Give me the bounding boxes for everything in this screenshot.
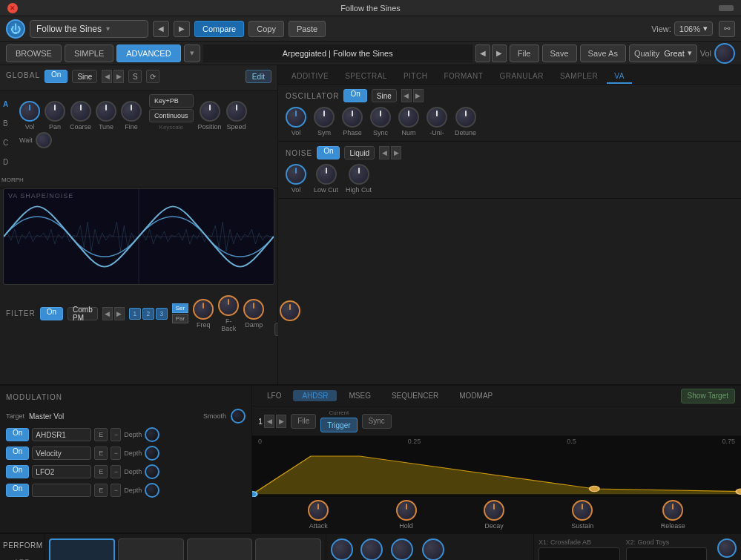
osc-uni-knob[interactable]: [427, 107, 447, 128]
cutoff-knob[interactable]: [360, 538, 383, 560]
mod-depth-knob-0[interactable]: [145, 427, 159, 442]
mod-source-3[interactable]: [32, 484, 91, 497]
mod-e-1[interactable]: E: [94, 447, 108, 460]
quality-select[interactable]: Quality Great ▾: [629, 45, 697, 62]
speed-knob-control[interactable]: [226, 101, 247, 122]
pad-dreamy[interactable]: Dreamy: [118, 538, 184, 560]
mod-e-2[interactable]: E: [94, 465, 108, 478]
edit-button[interactable]: Edit: [246, 70, 271, 83]
osc-waveform-select[interactable]: Sine: [372, 89, 397, 102]
pad-purity[interactable]: Purity: [49, 538, 115, 560]
noise-lowcut-knob[interactable]: [316, 164, 337, 185]
part-c-label[interactable]: C: [0, 133, 15, 152]
part-d-label[interactable]: D: [0, 152, 15, 171]
noise-type-select[interactable]: Liquid: [344, 146, 375, 159]
tremolo-knob[interactable]: [391, 538, 413, 560]
s-button[interactable]: S: [128, 70, 142, 83]
preset-next-button[interactable]: ▶: [492, 45, 507, 62]
link-button[interactable]: ⚯: [719, 21, 735, 37]
ahdsr-decay-knob[interactable]: [484, 500, 504, 521]
file-button[interactable]: File: [510, 45, 539, 62]
delay-knob[interactable]: [331, 538, 353, 560]
filter-num-1[interactable]: 1: [129, 308, 141, 320]
preset-prev-button[interactable]: ◀: [475, 45, 490, 62]
osc-on-button[interactable]: On: [343, 89, 366, 102]
lfo-tab-modmap[interactable]: MODMAP: [450, 390, 501, 401]
mod-depth-knob-2[interactable]: [145, 464, 159, 479]
plink-knob[interactable]: [422, 538, 444, 560]
ahdsr-hold-knob[interactable]: [396, 500, 417, 521]
mod-dash-1[interactable]: −: [111, 447, 121, 460]
tab-additive[interactable]: ADDITIVE: [284, 70, 336, 84]
osc-phase-knob[interactable]: [342, 107, 363, 128]
view-percent-display[interactable]: 106% ▾: [674, 22, 713, 36]
pan-knob-control[interactable]: [45, 101, 65, 122]
mod-dash-0[interactable]: −: [111, 428, 121, 441]
osc-vol-knob[interactable]: [286, 107, 306, 128]
xy-pad-x1[interactable]: [539, 547, 620, 560]
browse-mode-dropdown[interactable]: ▾: [184, 45, 200, 62]
mod-e-3[interactable]: E: [94, 484, 108, 497]
close-button[interactable]: ✕: [7, 3, 18, 13]
filter-type-select[interactable]: Comb PM: [67, 307, 98, 320]
lfo-num-next[interactable]: ▶: [276, 415, 286, 428]
noise-next-button[interactable]: ▶: [391, 146, 401, 159]
waveform-next-button[interactable]: ▶: [113, 70, 124, 83]
filter-next-button[interactable]: ▶: [114, 307, 125, 320]
osc-sym-knob[interactable]: [314, 107, 335, 128]
filter-on-button[interactable]: On: [40, 307, 63, 320]
copy-button[interactable]: Copy: [248, 21, 284, 37]
advanced-button[interactable]: ADVANCED: [116, 45, 180, 62]
noise-highcut-knob[interactable]: [349, 164, 369, 185]
osc-next-button[interactable]: ▶: [413, 89, 424, 102]
tab-sampler[interactable]: SAMPLER: [553, 70, 605, 84]
wait-knob[interactable]: [36, 132, 52, 148]
sync-button[interactable]: Sync: [362, 414, 392, 429]
trigger-button[interactable]: Trigger: [320, 418, 357, 432]
global-on-button[interactable]: On: [45, 70, 67, 83]
mod-on-0[interactable]: On: [6, 428, 29, 441]
minimize-button[interactable]: [719, 5, 734, 11]
power-button[interactable]: ⏻: [6, 19, 25, 39]
osc-prev-button[interactable]: ◀: [401, 89, 412, 102]
noise-on-button[interactable]: On: [317, 146, 340, 159]
lfo-file-button[interactable]: File: [291, 414, 316, 429]
noise-prev-button[interactable]: ◀: [379, 146, 389, 159]
vol-knob-control[interactable]: [19, 101, 40, 122]
pad-fairy-tale[interactable]: Fairy Tale: [187, 538, 253, 560]
back-button[interactable]: ◀: [153, 21, 169, 37]
filter-num-2[interactable]: 2: [142, 308, 154, 320]
keyscale-select[interactable]: Key+PB: [149, 94, 194, 108]
ahdsr-attack-knob[interactable]: [308, 500, 329, 521]
ahdsr-release-knob[interactable]: [662, 500, 683, 521]
xy-attack-knob[interactable]: [717, 538, 737, 558]
loop-button[interactable]: ⟳: [146, 70, 159, 83]
mod-on-3[interactable]: On: [6, 484, 29, 497]
lfo-tab-mseg[interactable]: MSEG: [340, 390, 379, 401]
tab-granular[interactable]: GRANULAR: [492, 70, 551, 84]
loopmode-select[interactable]: Continuous: [149, 109, 194, 122]
osc-sync-knob[interactable]: [370, 107, 391, 128]
filter-prev-button[interactable]: ◀: [102, 307, 113, 320]
smooth-knob[interactable]: [231, 409, 246, 424]
browse-button[interactable]: BROWSE: [6, 45, 62, 62]
send-knob[interactable]: [280, 300, 300, 321]
tab-pitch[interactable]: PITCH: [396, 70, 435, 84]
lfo-tab-lfo[interactable]: LFO: [258, 390, 290, 401]
position-knob-control[interactable]: [200, 101, 220, 122]
part-morph-label[interactable]: MORPH: [0, 171, 15, 188]
save-as-button[interactable]: Save As: [580, 45, 626, 62]
mod-source-1[interactable]: Velocity: [32, 447, 91, 460]
forward-button[interactable]: ▶: [174, 21, 190, 37]
tab-va[interactable]: VA: [607, 70, 632, 84]
show-target-button[interactable]: Show Target: [681, 389, 735, 403]
part-a-label[interactable]: A: [0, 94, 15, 113]
fback-knob[interactable]: [218, 295, 239, 316]
mod-e-0[interactable]: E: [94, 428, 108, 441]
ahdsr-sustain-knob[interactable]: [572, 500, 593, 521]
fine-knob-control[interactable]: [121, 101, 142, 122]
mod-dash-3[interactable]: −: [111, 484, 121, 497]
xy-pad-x2[interactable]: [626, 547, 708, 560]
ser-button[interactable]: Ser: [172, 303, 188, 313]
noise-vol-knob[interactable]: [286, 164, 306, 185]
